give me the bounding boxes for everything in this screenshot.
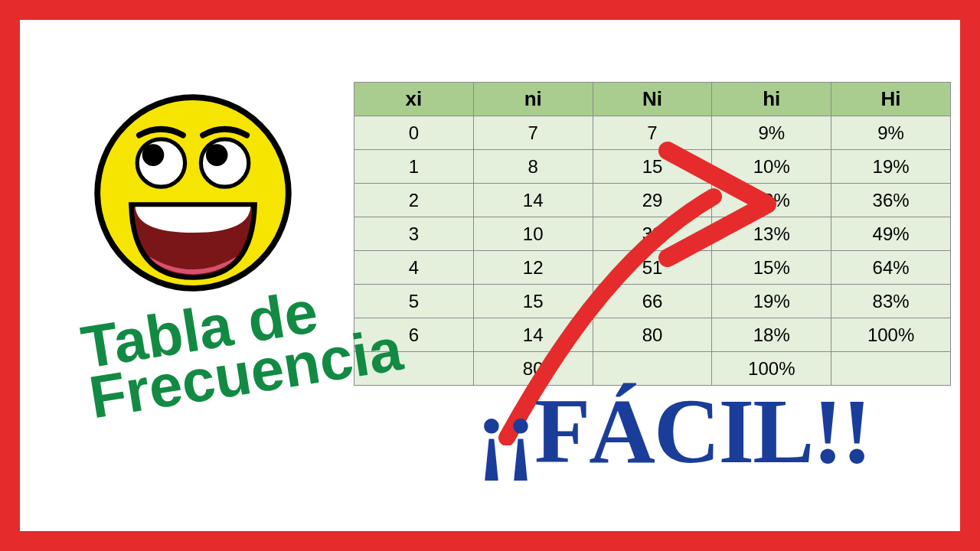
col-Ni: Ni [593, 83, 712, 116]
table-row: 181510%19% [354, 150, 951, 184]
table-cell: 15 [473, 285, 593, 318]
table-cell: 64% [831, 251, 951, 285]
table-row: 4125115%64% [354, 251, 951, 285]
table-cell: 1 [354, 150, 474, 184]
table-header-row: xi ni Ni hi Hi [354, 83, 951, 116]
svg-point-3 [142, 144, 165, 166]
table-cell: 18% [712, 184, 831, 217]
table-cell: 2 [354, 184, 474, 217]
col-hi: hi [712, 83, 831, 116]
table-cell: 7 [473, 116, 593, 150]
table-cell: 18% [712, 318, 831, 352]
canvas: xi ni Ni hi Hi 0779%9%181510%19%2142918%… [40, 40, 940, 511]
table-row: 5156619%83% [354, 285, 951, 318]
frequency-table: xi ni Ni hi Hi 0779%9%181510%19%2142918%… [354, 82, 951, 386]
table-cell: 19% [712, 285, 831, 318]
table-cell: 49% [831, 217, 951, 251]
table-row: 6148018%100% [354, 318, 951, 352]
table-row: 3103913%49% [354, 217, 951, 251]
table-row: 0779%9% [354, 116, 951, 150]
table-cell: 15 [593, 150, 712, 184]
col-ni: ni [473, 83, 593, 116]
svg-point-2 [201, 139, 248, 187]
table-cell: 39 [593, 217, 712, 251]
table-cell: 10 [473, 217, 593, 251]
table-cell: 66 [593, 285, 712, 318]
table-cell: 9% [831, 116, 951, 150]
table-cell: 51 [593, 251, 712, 285]
table-cell: 80 [593, 318, 712, 352]
svg-point-4 [206, 144, 228, 166]
svg-point-1 [137, 139, 185, 187]
green-title: Tabla de Frecuencia [78, 274, 406, 423]
table-cell: 13% [712, 217, 831, 251]
table-cell: 36% [831, 184, 951, 217]
table-cell: 8 [473, 150, 593, 184]
awesome-face-icon [93, 93, 292, 292]
blue-title: ¡¡FÁCIL!! [476, 379, 871, 484]
table-cell: 19% [831, 150, 951, 184]
table-cell: 29 [593, 184, 712, 217]
table-cell: 14 [473, 184, 593, 217]
table-cell: 10% [712, 150, 831, 184]
table-cell: 15% [712, 251, 831, 285]
table-cell: 100% [831, 318, 951, 352]
table-cell: 14 [473, 318, 593, 352]
table-cell: 7 [593, 116, 712, 150]
table-cell: 83% [831, 285, 951, 318]
col-Hi: Hi [831, 83, 951, 116]
col-xi: xi [354, 83, 474, 116]
table-cell: 9% [712, 116, 831, 150]
table-cell: 3 [354, 217, 474, 251]
table-cell: 0 [354, 116, 474, 150]
table-cell: 12 [473, 251, 593, 285]
table-row: 2142918%36% [354, 184, 951, 217]
